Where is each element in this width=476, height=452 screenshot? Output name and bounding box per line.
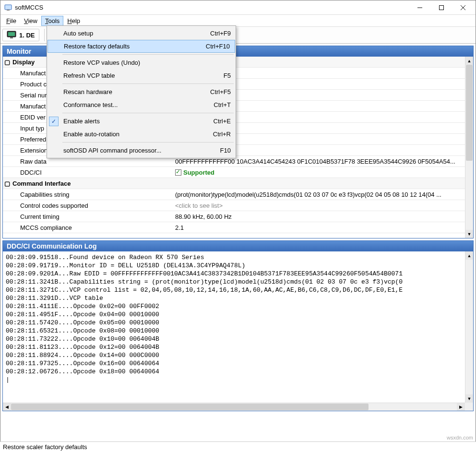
menu-item-enable-auto-rotation[interactable]: Enable auto-rotationCtrl+R	[47, 128, 236, 141]
log-panel-header: DDC/CI Communication Log	[3, 241, 473, 251]
menu-item-restore-factory-defaults[interactable]: Restore factory defaultsCtrl+F10	[48, 40, 235, 53]
statusbar-text: Restore scaler factory defaults	[3, 443, 87, 451]
svg-rect-3	[439, 5, 443, 10]
menu-item-shortcut: Ctrl+F10	[206, 43, 230, 50]
menu-item-softosd-api-command-processor[interactable]: softOSD API command processor...F10	[47, 144, 236, 157]
menu-divider	[62, 54, 234, 55]
log-panel: DDC/CI Communication Log 00:28:09.91518.…	[2, 240, 474, 411]
scroll-thumb[interactable]	[11, 404, 369, 410]
menu-item-shortcut: F5	[224, 72, 231, 79]
menu-divider	[62, 113, 234, 113]
menu-item-shortcut: Ctrl+F9	[210, 30, 231, 37]
close-button[interactable]	[452, 1, 474, 14]
monitor-grid-scrollbar[interactable]: ▲ ▼	[465, 57, 473, 238]
scroll-up-icon[interactable]: ▲	[465, 57, 473, 65]
log-horizontal-scrollbar[interactable]: ◀ ▶	[3, 403, 465, 411]
table-row[interactable]: Current timing88.90 kHz, 60.00 Hz	[3, 211, 473, 222]
menu-tools[interactable]: Tools	[41, 16, 63, 26]
menu-item-refresh-vcp-table[interactable]: Refresh VCP tableF5	[47, 69, 236, 82]
table-row-control-codes[interactable]: Control codes supported<click to see lis…	[3, 200, 473, 211]
menu-item-label: softOSD API command processor...	[63, 147, 220, 154]
app-title: softMCCS	[15, 4, 409, 11]
menu-item-label: Auto setup	[63, 30, 210, 37]
menu-item-label: Conformance test...	[63, 101, 214, 108]
menu-help[interactable]: Help	[63, 16, 84, 26]
scroll-right-icon[interactable]: ▶	[457, 403, 465, 411]
svg-rect-1	[7, 10, 10, 11]
menu-item-shortcut: Ctrl+F5	[210, 88, 231, 95]
svg-rect-8	[10, 37, 13, 38]
menu-divider	[62, 83, 234, 84]
table-row[interactable]: Capabilities string(prot(monitor)type(lc…	[3, 189, 473, 200]
menu-item-label: Rescan hardware	[63, 88, 210, 95]
menu-item-restore-vcp-values-undo[interactable]: Restore VCP values (Undo)	[47, 56, 236, 69]
minimize-button[interactable]	[409, 1, 430, 14]
svg-rect-0	[5, 5, 12, 10]
svg-rect-7	[8, 32, 15, 36]
statusbar: Restore scaler factory defaults	[0, 441, 476, 452]
menu-item-label: Restore VCP values (Undo)	[63, 59, 231, 66]
table-row[interactable]: MCCS compliance2.1	[3, 222, 473, 233]
watermark: wsxdn.com	[447, 435, 473, 440]
menu-item-label: Enable alerts	[63, 118, 214, 125]
table-row-ddcci[interactable]: DDC/CISupported	[3, 167, 473, 178]
menu-item-enable-alerts[interactable]: ✓Enable alertsCtrl+E	[47, 115, 236, 128]
collapse-icon[interactable]: ▢	[3, 59, 12, 66]
scroll-thumb[interactable]	[466, 65, 473, 161]
menu-item-label: Refresh VCP table	[63, 72, 224, 79]
toolbar-separator	[44, 29, 45, 41]
menu-item-auto-setup[interactable]: Auto setupCtrl+F9	[47, 27, 236, 40]
app-icon	[4, 4, 12, 12]
menu-item-shortcut: Ctrl+T	[214, 101, 231, 108]
menubar: File View Tools Help	[0, 15, 476, 26]
scroll-down-icon[interactable]: ▼	[465, 230, 473, 238]
log-text[interactable]: 00:28:09.91518...Found device on Radeon …	[3, 251, 473, 400]
monitor-icon	[7, 31, 16, 39]
monitor-selector-button[interactable]: 1. DE	[2, 29, 39, 41]
check-icon: ✓	[49, 117, 59, 126]
menu-item-label: Enable auto-rotation	[63, 131, 213, 138]
log-vertical-scrollbar[interactable]: ▲ ▼	[465, 251, 473, 403]
menu-item-shortcut: Ctrl+E	[214, 118, 231, 125]
monitor-selector-label: 1. DE	[19, 32, 35, 39]
scroll-down-icon[interactable]: ▼	[465, 394, 473, 403]
menu-divider	[62, 142, 234, 143]
scroll-up-icon[interactable]: ▲	[465, 251, 473, 260]
menu-item-shortcut: F10	[220, 147, 231, 154]
menu-view[interactable]: View	[20, 16, 41, 26]
menu-item-rescan-hardware[interactable]: Rescan hardwareCtrl+F5	[47, 85, 236, 98]
maximize-button[interactable]	[430, 1, 452, 14]
menu-file[interactable]: File	[2, 16, 20, 26]
tools-dropdown: Auto setupCtrl+F9Restore factory default…	[47, 25, 236, 158]
titlebar: softMCCS	[0, 0, 476, 15]
group-command-interface[interactable]: ▢ Command Interface 📌	[3, 178, 473, 189]
menu-item-label: Restore factory defaults	[64, 43, 206, 50]
menu-item-shortcut: Ctrl+R	[213, 131, 231, 138]
menu-item-conformance-test[interactable]: Conformance test...Ctrl+T	[47, 98, 236, 111]
checkbox-icon	[175, 169, 181, 176]
scroll-left-icon[interactable]: ◀	[3, 403, 11, 411]
collapse-icon[interactable]: ▢	[3, 180, 12, 187]
